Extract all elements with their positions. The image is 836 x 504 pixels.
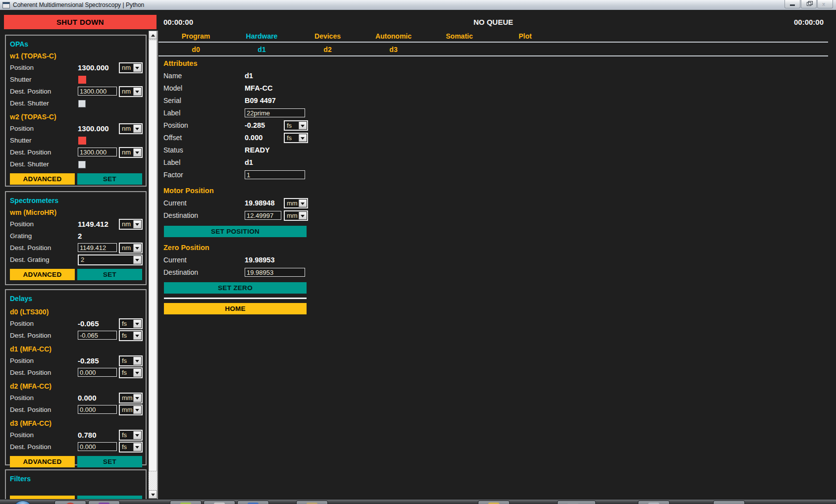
taskbar-button[interactable] bbox=[88, 501, 120, 504]
unit-dropdown[interactable]: mm bbox=[284, 198, 308, 208]
tab-devices[interactable]: Devices bbox=[295, 32, 361, 42]
destination-input[interactable] bbox=[245, 268, 305, 277]
unit-dropdown[interactable]: fs bbox=[284, 120, 308, 131]
set-button[interactable]: SET bbox=[77, 173, 142, 185]
taskbar-button[interactable] bbox=[478, 501, 510, 504]
dest-position-input[interactable] bbox=[78, 442, 117, 451]
factor-input[interactable] bbox=[245, 170, 305, 179]
position-row: Position0.780fs bbox=[6, 429, 146, 441]
start-button-icon[interactable] bbox=[14, 501, 32, 504]
shutdown-button[interactable]: SHUT DOWN bbox=[4, 15, 157, 29]
chevron-down-icon[interactable] bbox=[133, 88, 141, 96]
unit-dropdown[interactable]: nm bbox=[119, 147, 143, 158]
label-input[interactable] bbox=[245, 108, 305, 117]
chevron-down-icon[interactable] bbox=[133, 125, 141, 133]
dest-position-input[interactable] bbox=[78, 368, 117, 377]
taskbar-button[interactable] bbox=[296, 501, 328, 504]
chevron-down-icon[interactable] bbox=[299, 212, 307, 219]
advanced-button[interactable]: ADVANCED bbox=[10, 173, 75, 185]
subtab-d3[interactable]: d3 bbox=[361, 46, 426, 55]
chevron-down-icon[interactable] bbox=[299, 122, 307, 129]
unit-dropdown[interactable]: nm bbox=[119, 86, 143, 97]
tab-hardware[interactable]: Hardware bbox=[229, 32, 295, 42]
dest-position-input[interactable] bbox=[78, 243, 117, 252]
unit-dropdown[interactable]: mm bbox=[284, 210, 308, 221]
taskbar-button[interactable] bbox=[713, 501, 745, 504]
set-position-button[interactable]: SET POSITION bbox=[164, 226, 307, 237]
taskbar-button[interactable] bbox=[54, 501, 86, 504]
unit-dropdown[interactable]: nm bbox=[119, 123, 143, 134]
unit-dropdown[interactable]: nm bbox=[119, 243, 143, 253]
unit-dropdown[interactable]: nm bbox=[119, 219, 143, 230]
unit-dropdown-value: nm bbox=[122, 148, 131, 157]
unit-dropdown[interactable]: fs bbox=[119, 330, 143, 341]
dest-position-input[interactable] bbox=[78, 405, 117, 414]
chevron-down-icon[interactable] bbox=[133, 256, 141, 264]
unit-dropdown[interactable]: fs bbox=[119, 367, 143, 378]
unit-dropdown[interactable]: fs bbox=[119, 430, 143, 441]
chevron-down-icon[interactable] bbox=[133, 357, 141, 365]
device-tabs: d0d1d2d3 bbox=[163, 46, 426, 55]
unit-dropdown[interactable]: 2 bbox=[78, 254, 143, 265]
unit-dropdown[interactable]: fs bbox=[119, 355, 143, 366]
chevron-down-icon[interactable] bbox=[133, 369, 141, 377]
scrollbar-thumb[interactable] bbox=[149, 40, 157, 471]
subtab-d0[interactable]: d0 bbox=[163, 46, 229, 55]
scroll-up-icon[interactable] bbox=[149, 31, 157, 39]
dest-shutter-checkbox[interactable] bbox=[78, 100, 86, 107]
set-zero-button[interactable]: SET ZERO bbox=[164, 282, 307, 294]
set-button[interactable]: SET bbox=[77, 496, 142, 499]
unit-dropdown[interactable]: nm bbox=[119, 62, 143, 73]
taskbar-button[interactable] bbox=[557, 501, 596, 504]
chevron-down-icon[interactable] bbox=[133, 64, 141, 72]
unit-dropdown[interactable]: fs bbox=[119, 318, 143, 329]
unit-dropdown[interactable]: mm bbox=[119, 404, 143, 415]
dest-position-input[interactable] bbox=[78, 148, 117, 156]
set-button[interactable]: SET bbox=[77, 269, 142, 280]
advanced-button[interactable]: ADVANCED bbox=[10, 456, 75, 467]
destination-input[interactable] bbox=[245, 211, 281, 220]
chevron-down-icon[interactable] bbox=[299, 134, 307, 142]
dest-position-input[interactable] bbox=[78, 87, 117, 96]
advanced-button[interactable]: ADVANCED bbox=[10, 496, 75, 499]
tab-program[interactable]: Program bbox=[163, 32, 229, 42]
dest-shutter-checkbox[interactable] bbox=[78, 161, 86, 168]
dest-position-input[interactable] bbox=[78, 331, 117, 340]
home-button[interactable]: HOME bbox=[164, 303, 307, 314]
unit-dropdown[interactable]: mm bbox=[119, 393, 143, 403]
chevron-down-icon[interactable] bbox=[133, 431, 141, 439]
chevron-down-icon[interactable] bbox=[133, 394, 141, 402]
field-label: Dest. Position bbox=[10, 86, 51, 98]
section-title-motor-position: Motor Position bbox=[158, 185, 313, 197]
sidebar-scrollbar[interactable] bbox=[149, 31, 157, 499]
close-button[interactable]: x bbox=[817, 0, 833, 8]
close-icon: x bbox=[822, 1, 825, 7]
tab-somatic[interactable]: Somatic bbox=[426, 32, 492, 42]
subtab-d1[interactable]: d1 bbox=[229, 46, 295, 55]
advanced-button[interactable]: ADVANCED bbox=[10, 269, 75, 280]
taskbar-button[interactable] bbox=[170, 501, 202, 504]
restore-button[interactable] bbox=[801, 0, 817, 8]
unit-dropdown[interactable]: fs bbox=[284, 133, 308, 143]
chevron-down-icon[interactable] bbox=[299, 200, 307, 207]
chevron-down-icon[interactable] bbox=[133, 332, 141, 340]
chevron-down-icon[interactable] bbox=[133, 244, 141, 252]
chevron-down-icon[interactable] bbox=[133, 220, 141, 228]
taskbar-button[interactable] bbox=[204, 501, 235, 504]
chevron-down-icon[interactable] bbox=[133, 320, 141, 328]
scroll-down-icon[interactable] bbox=[149, 490, 157, 499]
taskbar-button[interactable] bbox=[237, 501, 269, 504]
field-value: 0.000 bbox=[245, 132, 262, 144]
chevron-down-icon[interactable] bbox=[133, 406, 141, 414]
tab-plot[interactable]: Plot bbox=[492, 32, 558, 42]
minimize-button[interactable] bbox=[784, 0, 800, 8]
unit-dropdown[interactable]: fs bbox=[119, 442, 143, 453]
tab-autonomic[interactable]: Autonomic bbox=[361, 32, 426, 42]
chevron-down-icon[interactable] bbox=[133, 443, 141, 451]
subtab-d2[interactable]: d2 bbox=[295, 46, 361, 55]
set-button[interactable]: SET bbox=[77, 456, 142, 467]
taskbar-button[interactable] bbox=[638, 501, 670, 504]
chevron-down-icon[interactable] bbox=[133, 149, 141, 156]
name-row: Named1 bbox=[158, 70, 313, 82]
field-value: MFA-CC bbox=[245, 82, 272, 95]
